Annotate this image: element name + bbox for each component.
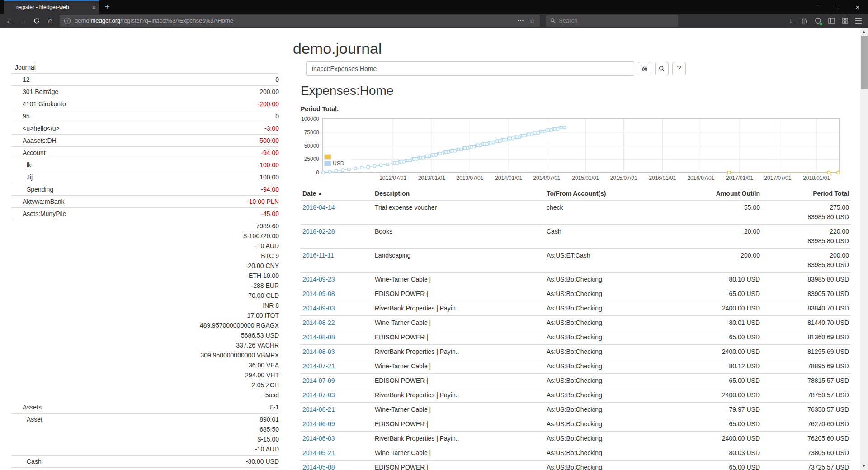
downloads-button[interactable]: ↓ [784,14,797,27]
transaction-date-link[interactable]: 2014-09-23 [302,276,335,283]
account-balance: 7989.60$-100720.00-10 AUDBTC 9-20.00 CNY… [200,221,279,400]
account-link[interactable]: Account [11,148,46,158]
tab-close-icon[interactable]: × [92,4,96,11]
home-button[interactable]: ⌂ [43,14,57,27]
extension-button[interactable] [811,14,825,27]
sidebar-toggle-button[interactable] [825,14,838,27]
account-link[interactable]: 4101 Girokonto [11,99,66,109]
transaction-amount: 80.12 USD [680,359,762,374]
data-point [837,171,840,174]
account-link[interactable]: <u>hello</u> [11,123,60,133]
transaction-description: Landscaping [373,249,545,273]
account-link[interactable]: Aktywa:mBank [11,197,65,207]
register-row: 2014-08-03RiverBank Properties | Payin..… [301,345,851,359]
transaction-date-link[interactable]: 2014-06-09 [302,420,335,428]
account-link[interactable]: Assets [11,402,42,412]
account-link[interactable]: 301 Beiträge [11,87,58,97]
transaction-date-link[interactable]: 2014-07-21 [302,362,335,370]
scroll-down-icon[interactable] [862,465,866,467]
transaction-date-link[interactable]: 2014-05-08 [302,464,335,470]
transaction-date-link[interactable]: 2016-11-11 [302,252,334,259]
transaction-account: As:US:Bo:Checking [545,432,680,446]
register-row: 2016-11-11LandscapingAs:US:ET:Cash200.00… [301,249,851,273]
clear-query-button[interactable]: ⊗ [638,62,651,75]
transaction-date-link[interactable]: 2014-06-03 [302,435,335,442]
transaction-amount: 80.10 USD [680,273,762,287]
account-link[interactable] [11,221,23,400]
period-total-cell: 76350.57 USD [762,403,851,417]
page-actions-icon[interactable] [518,20,524,21]
library-button[interactable] [797,14,811,27]
scroll-up-icon[interactable] [862,31,866,33]
transaction-amount: 80.01 USD [680,316,762,330]
account-link[interactable]: 95 [11,111,30,121]
transaction-date-link[interactable]: 2014-05-21 [302,449,335,456]
transaction-date-link[interactable]: 2014-09-03 [302,305,335,312]
transaction-amount: 65.00 USD [680,374,762,388]
grid-menu-button[interactable] [838,14,852,27]
query-input[interactable] [306,61,634,76]
browser-search-input[interactable] [559,17,674,24]
data-point [335,169,338,173]
transaction-amount: 79.97 USD [680,403,762,417]
account-link[interactable]: Jij [11,172,33,182]
transaction-description: Wine-Tarner Cable | [373,273,545,287]
site-info-icon[interactable]: i [64,18,71,24]
transaction-date-link[interactable]: 2018-02-28 [302,228,335,235]
transaction-account: As:US:ET:Cash [545,249,680,273]
bookmark-star-icon[interactable]: ☆ [529,17,535,24]
transaction-date-link[interactable]: 2014-06-21 [302,406,335,413]
transaction-amount: 200.00 [680,249,762,273]
data-point [360,166,363,169]
new-tab-button[interactable]: + [99,0,115,14]
register-body: 2018-04-14Trial expense vouchercheck55.0… [301,200,851,470]
account-link[interactable]: Asset [11,414,42,454]
transaction-date-link[interactable]: 2014-09-08 [302,290,335,297]
transaction-date-link[interactable]: 2014-08-03 [302,348,335,355]
register-row: 2014-06-21Wine-Tarner Cable |As:US:Bo:Ch… [301,403,851,417]
transaction-date-link[interactable]: 2014-08-08 [302,334,335,341]
account-heading: Expenses:Home [301,83,851,99]
column-header-date[interactable]: Date▲ [301,187,373,200]
account-link[interactable]: Aaasets:DH [11,136,57,146]
period-total-cell: 73725.57 USD [762,461,851,470]
page-scrollbar[interactable] [860,28,868,470]
account-link[interactable]: 12 [11,75,30,85]
data-point [563,126,566,129]
account-link[interactable]: Cash [11,456,42,466]
transaction-amount: 2400.00 USD [680,345,762,359]
browser-search-bar[interactable] [546,15,678,27]
browser-tab[interactable]: register - hledger-web × [4,0,99,14]
window-close-button[interactable]: × [847,0,868,14]
reload-button[interactable] [30,14,43,27]
period-total-cell: 78815.57 USD [762,374,851,388]
account-balance: 0 [275,111,279,121]
account-balance: -3.00 [264,123,279,133]
menu-button[interactable] [852,14,865,27]
transaction-date-link[interactable]: 2014-07-09 [302,377,335,384]
back-button[interactable]: ← [3,14,16,27]
window-maximize-button[interactable] [826,0,847,14]
account-link[interactable]: lk [11,160,31,170]
transaction-date-link[interactable]: 2014-08-22 [302,319,335,326]
search-button[interactable] [655,62,669,75]
register-row: 2014-07-03RiverBank Properties | Payin..… [301,388,851,403]
account-link[interactable]: Spending [11,184,53,194]
register-row: 2014-08-22Wine-Tarner Cable |As:US:Bo:Ch… [301,316,851,330]
window-minimize-button[interactable] [806,0,826,14]
transaction-account: Cash [545,225,680,249]
period-total-cell: 275.0083985.80 USD [762,200,851,225]
transaction-date-link[interactable]: 2018-04-14 [302,204,335,211]
transaction-date-link[interactable]: 2014-07-03 [302,391,335,399]
transaction-description: EDISON POWER | [373,287,545,301]
help-button[interactable]: ? [672,62,686,75]
x-tick-label: 2014/01/01 [495,175,522,181]
url-bar[interactable]: i demo.hledger.org/register?q=inacct%3AE… [60,15,540,27]
register-row: 2014-07-21Wine-Tarner Cable |As:US:Bo:Ch… [301,359,851,374]
forward-button[interactable]: → [16,14,30,27]
transaction-description: Books [373,225,545,249]
transaction-amount: 65.00 USD [680,417,762,432]
journal-link[interactable]: Journal [15,62,279,72]
account-link[interactable]: Asets:MunyPile [11,209,66,219]
scrollbar-thumb[interactable] [861,36,868,89]
